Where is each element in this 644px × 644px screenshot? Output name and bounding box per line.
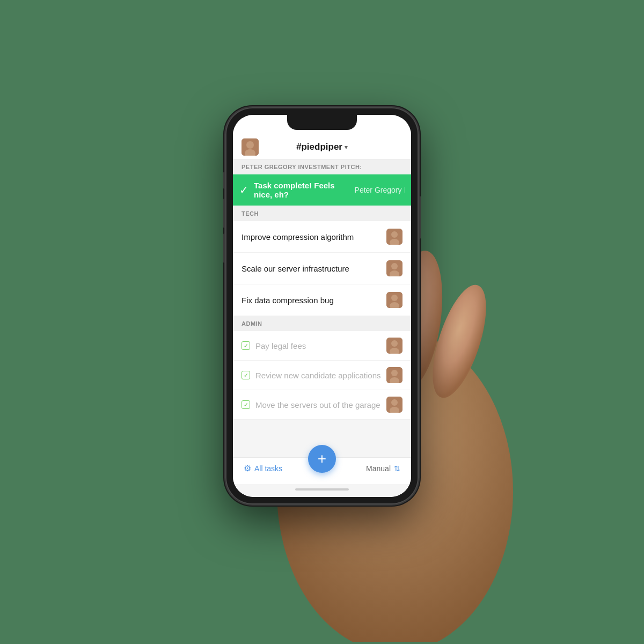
task-text-server: Scale our server infrastructure	[241, 264, 381, 273]
scene: #piedpiper ▾ PETER GREGORY INVESTMENT PI…	[0, 0, 644, 644]
power-button[interactable]	[419, 196, 421, 239]
task-text-garage: Move the servers out of the garage	[255, 400, 381, 409]
checkbox-candidates[interactable]: ✓	[241, 371, 250, 379]
filter-icon: ⚙	[244, 463, 251, 473]
phone-screen: #piedpiper ▾ PETER GREGORY INVESTMENT PI…	[233, 115, 411, 497]
task-list: PETER GREGORY INVESTMENT PITCH: Practice…	[233, 159, 411, 457]
notch	[287, 115, 357, 130]
task-item-candidates[interactable]: ✓ Review new candidate applications	[233, 361, 411, 390]
header-title[interactable]: #piedpiper ▾	[296, 142, 348, 152]
task-avatar-server	[386, 260, 402, 276]
task-text-candidates: Review new candidate applications	[255, 371, 381, 380]
section-peter-gregory: PETER GREGORY INVESTMENT PITCH:	[233, 159, 411, 174]
add-task-fab[interactable]: +	[308, 445, 336, 473]
svg-point-25	[391, 370, 398, 376]
avatar-face	[241, 138, 259, 156]
task-text-legal: Pay legal fees	[255, 341, 381, 350]
sort-icon: ⇅	[394, 464, 400, 473]
home-indicator	[233, 484, 411, 497]
task-avatar-bug	[386, 292, 402, 308]
section-tech: TECH	[233, 206, 411, 221]
checkmark-garage: ✓	[244, 402, 248, 408]
toast-notification: ✓ Task complete! Feels nice, eh? Peter G…	[233, 174, 411, 206]
task-item-server[interactable]: Scale our server infrastructure	[233, 253, 411, 284]
svg-point-22	[391, 340, 398, 347]
svg-point-13	[391, 231, 398, 238]
app-content: #piedpiper ▾ PETER GREGORY INVESTMENT PI…	[233, 115, 411, 497]
plus-icon: +	[318, 451, 326, 466]
task-item-servers-garage[interactable]: ✓ Move the servers out of the garage	[233, 390, 411, 420]
task-avatar-legal	[386, 338, 402, 354]
all-tasks-section[interactable]: ⚙ All tasks	[244, 463, 282, 473]
svg-point-19	[391, 295, 398, 301]
volume-up-button[interactable]	[223, 199, 225, 228]
svg-point-28	[391, 399, 398, 406]
task-text-compression: Improve compression algorithm	[241, 232, 381, 241]
all-tasks-label: All tasks	[254, 464, 282, 473]
checkbox-legal[interactable]: ✓	[241, 341, 250, 350]
avatar[interactable]	[241, 138, 259, 156]
phone-device: #piedpiper ▾ PETER GREGORY INVESTMENT PI…	[225, 107, 419, 504]
task-item-bug[interactable]: Fix data compression bug	[233, 284, 411, 316]
home-bar	[295, 488, 349, 491]
checkmark-candidates: ✓	[244, 372, 248, 378]
checkbox-garage[interactable]: ✓	[241, 400, 250, 409]
toast-content: Task complete! Feels nice, eh?	[254, 181, 345, 199]
task-item-practice[interactable]: Practice elevator pitch ✓ Task complete!…	[233, 174, 411, 206]
task-avatar-candidates	[386, 367, 402, 383]
sort-section[interactable]: Manual ⇅	[366, 464, 400, 473]
silent-switch	[223, 172, 225, 189]
task-avatar-garage	[386, 397, 402, 413]
bottom-bar: ⚙ All tasks + Manual ⇅	[233, 457, 411, 484]
chevron-down-icon: ▾	[345, 144, 348, 151]
checkmark-legal: ✓	[244, 343, 248, 349]
channel-name: #piedpiper	[296, 142, 342, 152]
task-item-legal[interactable]: ✓ Pay legal fees	[233, 331, 411, 361]
toast-text: Task complete! Feels nice, eh?	[254, 181, 345, 199]
task-avatar-compression	[386, 229, 402, 245]
section-admin: ADMIN	[233, 316, 411, 331]
svg-point-5	[422, 279, 497, 404]
svg-point-7	[246, 141, 254, 149]
task-item-compression[interactable]: Improve compression algorithm	[233, 221, 411, 253]
manual-label: Manual	[366, 464, 391, 473]
volume-down-button[interactable]	[223, 233, 225, 263]
svg-point-16	[391, 263, 398, 269]
toast-task-name: Peter Gregory Inv...	[355, 186, 405, 194]
task-text-bug: Fix data compression bug	[241, 296, 381, 305]
checkmark-icon: ✓	[239, 184, 248, 196]
